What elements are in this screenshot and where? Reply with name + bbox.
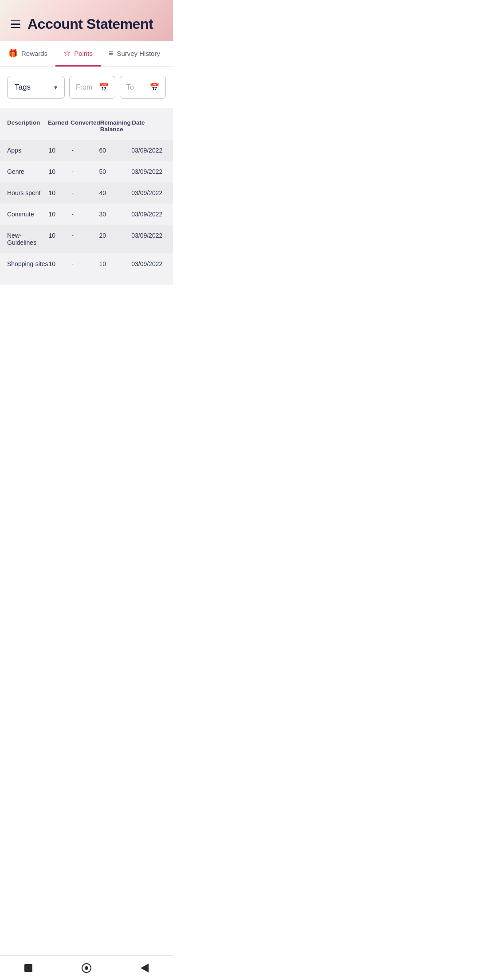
from-date-input[interactable]: From 📅 <box>69 76 115 99</box>
cell-earned: 10 <box>48 147 71 154</box>
table-header: Description Earned Converted Remaining B… <box>0 115 173 140</box>
table-row: New-Guidelines 10 - 20 03/09/2022 <box>0 225 173 253</box>
cell-description: Hours spent <box>7 189 48 196</box>
to-calendar-icon: 📅 <box>149 82 159 92</box>
tab-points-label: Points <box>74 50 93 57</box>
content-area: Tags ▾ From 📅 To 📅 Description Earned Co… <box>0 67 173 316</box>
header: Account Statement <box>0 0 173 41</box>
cell-earned: 10 <box>48 168 71 175</box>
cell-converted: - <box>71 260 99 267</box>
cell-date: 03/09/2022 <box>131 211 166 218</box>
table-row: Shopping-sites 10 - 10 03/09/2022 <box>0 253 173 274</box>
tab-survey-history[interactable]: ≡ Survey History <box>101 41 168 67</box>
cell-date: 03/09/2022 <box>131 168 166 175</box>
tags-dropdown[interactable]: Tags ▾ <box>7 76 65 99</box>
cell-date: 03/09/2022 <box>131 260 166 267</box>
data-table: Description Earned Converted Remaining B… <box>0 108 173 285</box>
cell-earned: 10 <box>48 260 71 267</box>
cell-converted: - <box>71 189 99 196</box>
tab-referrals[interactable]: 👍 R... <box>168 41 173 67</box>
survey-icon: ≡ <box>109 49 114 58</box>
cell-description: Shopping-sites <box>7 260 48 267</box>
cell-date: 03/09/2022 <box>131 232 166 246</box>
cell-description: Commute <box>7 211 48 218</box>
tags-label: Tags <box>15 83 31 92</box>
cell-remaining-balance: 10 <box>99 260 132 267</box>
table-row: Commute 10 - 30 03/09/2022 <box>0 204 173 225</box>
cell-earned: 10 <box>48 189 71 196</box>
points-icon: ☆ <box>63 48 71 58</box>
cell-remaining-balance: 50 <box>99 168 132 175</box>
nav-tabs: 🎁 Rewards ☆ Points ≡ Survey History 👍 R.… <box>0 41 173 67</box>
cell-remaining-balance: 60 <box>99 147 132 154</box>
col-description: Description <box>7 119 48 133</box>
from-calendar-icon: 📅 <box>99 82 109 92</box>
cell-earned: 10 <box>48 232 71 246</box>
col-converted: Converted <box>71 119 100 133</box>
tab-rewards-label: Rewards <box>21 50 47 57</box>
chevron-down-icon: ▾ <box>54 84 57 91</box>
col-remaining-balance: Remaining Balance <box>100 119 132 133</box>
table-body: Apps 10 - 60 03/09/2022 Genre 10 - 50 03… <box>0 140 173 274</box>
cell-converted: - <box>71 168 99 175</box>
rewards-icon: 🎁 <box>8 48 18 58</box>
cell-date: 03/09/2022 <box>131 147 166 154</box>
cell-remaining-balance: 40 <box>99 189 132 196</box>
cell-earned: 10 <box>48 211 71 218</box>
cell-description: Apps <box>7 147 48 154</box>
cell-description: New-Guidelines <box>7 232 48 246</box>
to-placeholder: To <box>126 83 134 91</box>
page-title: Account Statement <box>27 16 153 32</box>
col-date: Date <box>132 119 166 133</box>
cell-converted: - <box>71 232 99 246</box>
tab-points[interactable]: ☆ Points <box>55 41 101 67</box>
to-date-input[interactable]: To 📅 <box>120 76 166 99</box>
cell-date: 03/09/2022 <box>131 189 166 196</box>
from-placeholder: From <box>76 83 92 91</box>
col-earned: Earned <box>48 119 71 133</box>
table-row: Apps 10 - 60 03/09/2022 <box>0 140 173 161</box>
table-row: Genre 10 - 50 03/09/2022 <box>0 161 173 182</box>
table-row: Hours spent 10 - 40 03/09/2022 <box>0 182 173 204</box>
cell-converted: - <box>71 147 99 154</box>
cell-description: Genre <box>7 168 48 175</box>
tab-survey-history-label: Survey History <box>117 50 160 57</box>
hamburger-menu-button[interactable] <box>11 20 20 28</box>
cell-remaining-balance: 30 <box>99 211 132 218</box>
cell-remaining-balance: 20 <box>99 232 132 246</box>
tab-rewards[interactable]: 🎁 Rewards <box>0 41 55 67</box>
cell-converted: - <box>71 211 99 218</box>
filters-section: Tags ▾ From 📅 To 📅 <box>0 67 173 108</box>
